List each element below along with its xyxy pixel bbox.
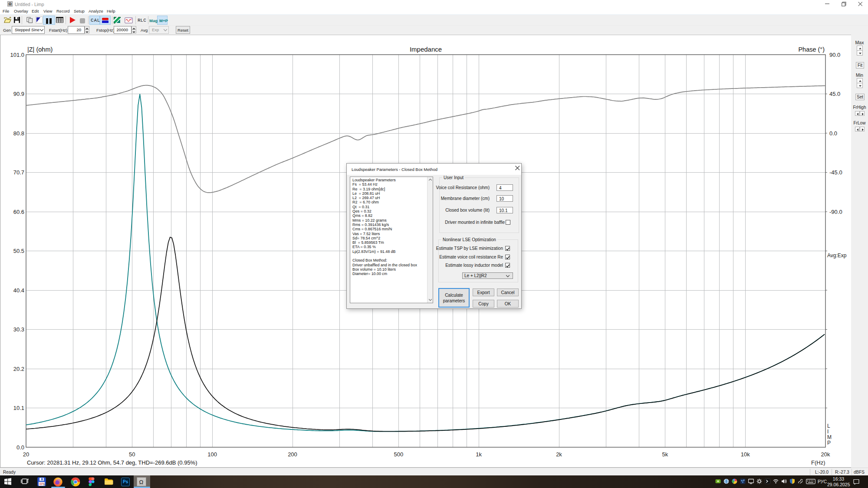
svg-text:|Z| (ohm): |Z| (ohm) [27,46,53,53]
svg-text:10.1: 10.1 [13,405,24,411]
svg-text:20: 20 [23,451,29,458]
svg-text:2k: 2k [556,451,562,458]
svg-text:-90.0: -90.0 [829,209,842,215]
svg-text:50: 50 [129,451,135,458]
svg-text:1k: 1k [476,451,482,458]
svg-text:90.0: 90.0 [829,52,840,58]
svg-text:30.3: 30.3 [13,326,24,333]
svg-text:L: L [827,423,830,429]
svg-text:70.7: 70.7 [13,169,24,176]
svg-text:100: 100 [207,451,217,458]
svg-text:50.5: 50.5 [13,248,24,254]
svg-text:P: P [827,440,831,446]
svg-text:M: M [827,434,832,440]
svg-text:-45.0: -45.0 [829,169,842,176]
svg-text:I: I [827,429,829,435]
svg-text:90.9: 90.9 [13,91,24,97]
svg-text:F(Hz): F(Hz) [811,459,825,466]
svg-text:200: 200 [288,451,297,458]
svg-text:60.6: 60.6 [13,209,24,215]
svg-text:Cursor: 20281.31 Hz, 29.12 Ohm: Cursor: 20281.31 Hz, 29.12 Ohm, 54.7 deg… [27,459,197,466]
svg-text:20k: 20k [821,451,830,458]
svg-text:0.0: 0.0 [829,130,837,137]
svg-text:Impedance: Impedance [410,46,442,53]
svg-text:45.0: 45.0 [829,91,840,97]
svg-text:101.0: 101.0 [10,52,24,58]
svg-text:40.4: 40.4 [13,287,24,294]
svg-text:80.8: 80.8 [13,130,24,137]
svg-text:0.0: 0.0 [16,444,24,451]
svg-text:10k: 10k [741,451,750,458]
svg-text:Phase (°): Phase (°) [798,46,825,53]
svg-text:500: 500 [394,451,403,458]
svg-text:5¼: 5¼ [43,483,46,486]
svg-text:20.2: 20.2 [13,366,24,372]
svg-text:Avg:Exp: Avg:Exp [827,252,847,259]
svg-text:5k: 5k [662,451,668,458]
